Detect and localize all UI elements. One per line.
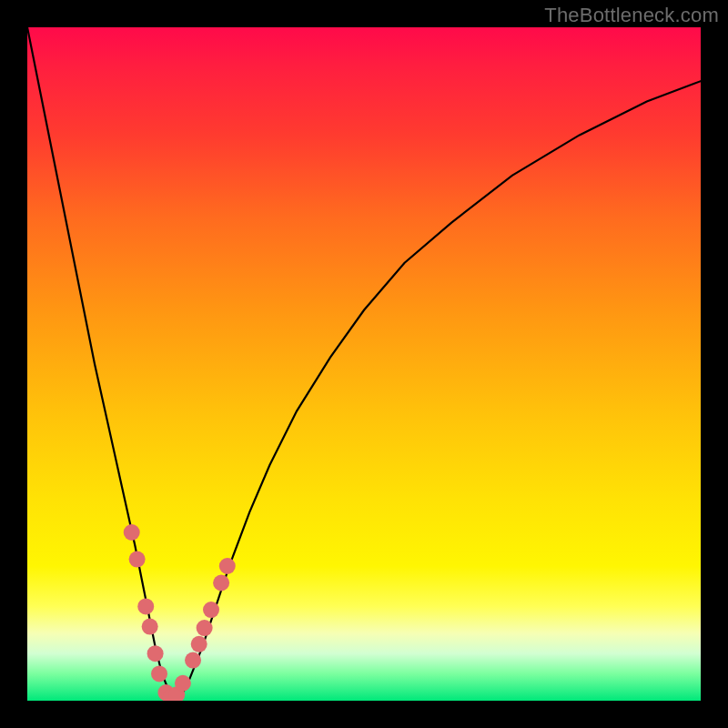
watermark-text: TheBottleneck.com bbox=[544, 4, 719, 27]
plot-area bbox=[27, 27, 701, 701]
curve-marker bbox=[124, 524, 140, 541]
curve-marker bbox=[147, 645, 164, 662]
curve-marker bbox=[137, 598, 154, 614]
curve-markers bbox=[124, 524, 236, 701]
curve-marker bbox=[191, 636, 207, 652]
curve-marker bbox=[213, 575, 229, 592]
bottleneck-curve-path bbox=[27, 27, 701, 698]
curve-marker bbox=[185, 652, 201, 669]
curve-marker bbox=[151, 665, 167, 682]
curve-marker bbox=[197, 620, 213, 636]
curve-marker bbox=[219, 558, 236, 574]
chart-frame: TheBottleneck.com bbox=[0, 0, 728, 728]
curve-marker bbox=[203, 602, 219, 618]
bottleneck-curve-svg bbox=[27, 27, 701, 701]
curve-marker bbox=[142, 619, 158, 635]
curve-marker bbox=[175, 675, 191, 692]
curve-marker bbox=[129, 551, 146, 568]
